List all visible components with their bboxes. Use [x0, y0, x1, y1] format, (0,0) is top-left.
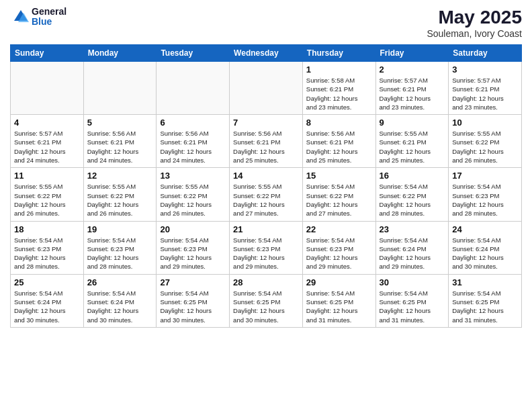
day-detail: Sunrise: 5:54 AM Sunset: 6:24 PM Dayligh…: [380, 236, 445, 271]
day-detail: Sunrise: 5:54 AM Sunset: 6:25 PM Dayligh…: [306, 289, 372, 324]
calendar-cell: 13Sunrise: 5:55 AM Sunset: 6:22 PM Dayli…: [157, 168, 230, 221]
logo-text: General Blue: [32, 7, 66, 28]
day-detail: Sunrise: 5:54 AM Sunset: 6:25 PM Dayligh…: [233, 289, 299, 324]
day-number: 22: [306, 224, 372, 234]
day-detail: Sunrise: 5:55 AM Sunset: 6:22 PM Dayligh…: [452, 129, 518, 165]
day-detail: Sunrise: 5:57 AM Sunset: 6:21 PM Dayligh…: [380, 76, 445, 111]
calendar-cell: [11, 62, 84, 115]
calendar-cell: 19Sunrise: 5:54 AM Sunset: 6:23 PM Dayli…: [83, 221, 157, 274]
calendar-cell: 31Sunrise: 5:54 AM Sunset: 6:25 PM Dayli…: [449, 274, 522, 327]
day-number: 29: [306, 277, 372, 287]
day-detail: Sunrise: 5:54 AM Sunset: 6:23 PM Dayligh…: [233, 236, 299, 271]
day-number: 28: [233, 277, 299, 287]
calendar-header-sunday: Sunday: [11, 45, 84, 62]
logo-blue: Blue: [32, 17, 66, 27]
day-number: 14: [233, 171, 299, 181]
calendar-header-monday: Monday: [83, 45, 157, 62]
calendar-cell: 24Sunrise: 5:54 AM Sunset: 6:24 PM Dayli…: [449, 221, 522, 274]
calendar-week-4: 18Sunrise: 5:54 AM Sunset: 6:23 PM Dayli…: [11, 221, 522, 274]
day-detail: Sunrise: 5:54 AM Sunset: 6:24 PM Dayligh…: [87, 289, 153, 324]
title-block: May 2025 Souleman, Ivory Coast: [427, 7, 522, 39]
day-detail: Sunrise: 5:54 AM Sunset: 6:22 PM Dayligh…: [380, 182, 445, 218]
day-detail: Sunrise: 5:58 AM Sunset: 6:21 PM Dayligh…: [306, 76, 372, 111]
day-detail: Sunrise: 5:54 AM Sunset: 6:24 PM Dayligh…: [452, 236, 518, 271]
day-number: 1: [306, 64, 372, 75]
day-detail: Sunrise: 5:56 AM Sunset: 6:21 PM Dayligh…: [87, 129, 153, 165]
day-number: 7: [233, 118, 299, 128]
day-number: 12: [87, 171, 153, 181]
day-detail: Sunrise: 5:56 AM Sunset: 6:21 PM Dayligh…: [306, 129, 372, 165]
day-number: 15: [306, 171, 372, 181]
page: General Blue May 2025 Souleman, Ivory Co…: [0, 0, 532, 411]
day-number: 31: [452, 277, 518, 287]
calendar-cell: 18Sunrise: 5:54 AM Sunset: 6:23 PM Dayli…: [11, 221, 84, 274]
day-number: 16: [380, 171, 445, 181]
calendar-cell: 7Sunrise: 5:56 AM Sunset: 6:21 PM Daylig…: [230, 115, 303, 168]
day-number: 20: [160, 224, 226, 234]
day-detail: Sunrise: 5:54 AM Sunset: 6:23 PM Dayligh…: [306, 236, 372, 271]
day-number: 5: [87, 118, 153, 128]
logo: General Blue: [10, 7, 66, 28]
day-detail: Sunrise: 5:54 AM Sunset: 6:25 PM Dayligh…: [452, 289, 518, 324]
calendar: SundayMondayTuesdayWednesdayThursdayFrid…: [10, 44, 522, 328]
day-detail: Sunrise: 5:57 AM Sunset: 6:21 PM Dayligh…: [452, 76, 518, 111]
logo-icon: [10, 7, 29, 26]
calendar-cell: 26Sunrise: 5:54 AM Sunset: 6:24 PM Dayli…: [83, 274, 157, 327]
day-detail: Sunrise: 5:54 AM Sunset: 6:22 PM Dayligh…: [306, 182, 372, 218]
calendar-cell: 25Sunrise: 5:54 AM Sunset: 6:24 PM Dayli…: [11, 274, 84, 327]
day-detail: Sunrise: 5:54 AM Sunset: 6:23 PM Dayligh…: [14, 236, 80, 271]
day-number: 4: [14, 118, 80, 128]
day-number: 26: [87, 277, 153, 287]
day-detail: Sunrise: 5:54 AM Sunset: 6:23 PM Dayligh…: [87, 236, 153, 271]
day-number: 19: [87, 224, 153, 234]
calendar-week-1: 1Sunrise: 5:58 AM Sunset: 6:21 PM Daylig…: [11, 62, 522, 115]
calendar-cell: 11Sunrise: 5:55 AM Sunset: 6:22 PM Dayli…: [11, 168, 84, 221]
calendar-cell: 14Sunrise: 5:55 AM Sunset: 6:22 PM Dayli…: [230, 168, 303, 221]
day-number: 13: [160, 171, 226, 181]
calendar-header-thursday: Thursday: [302, 45, 375, 62]
calendar-header-friday: Friday: [375, 45, 449, 62]
day-number: 6: [160, 118, 226, 128]
calendar-cell: 4Sunrise: 5:57 AM Sunset: 6:21 PM Daylig…: [11, 115, 84, 168]
calendar-cell: 16Sunrise: 5:54 AM Sunset: 6:22 PM Dayli…: [375, 168, 449, 221]
day-number: 24: [452, 224, 518, 234]
day-detail: Sunrise: 5:55 AM Sunset: 6:21 PM Dayligh…: [380, 129, 445, 165]
calendar-week-3: 11Sunrise: 5:55 AM Sunset: 6:22 PM Dayli…: [11, 168, 522, 221]
calendar-cell: 9Sunrise: 5:55 AM Sunset: 6:21 PM Daylig…: [375, 115, 449, 168]
day-number: 8: [306, 118, 372, 128]
calendar-week-2: 4Sunrise: 5:57 AM Sunset: 6:21 PM Daylig…: [11, 115, 522, 168]
day-number: 30: [380, 277, 445, 287]
day-detail: Sunrise: 5:55 AM Sunset: 6:22 PM Dayligh…: [160, 182, 226, 218]
calendar-cell: 10Sunrise: 5:55 AM Sunset: 6:22 PM Dayli…: [449, 115, 522, 168]
month-year: May 2025: [427, 7, 522, 28]
day-detail: Sunrise: 5:56 AM Sunset: 6:21 PM Dayligh…: [233, 129, 299, 165]
calendar-cell: 8Sunrise: 5:56 AM Sunset: 6:21 PM Daylig…: [302, 115, 375, 168]
day-number: 9: [380, 118, 445, 128]
calendar-header-saturday: Saturday: [449, 45, 522, 62]
calendar-header-row: SundayMondayTuesdayWednesdayThursdayFrid…: [11, 45, 522, 62]
logo-general: General: [32, 7, 66, 17]
day-number: 17: [452, 171, 518, 181]
day-number: 18: [14, 224, 80, 234]
calendar-week-5: 25Sunrise: 5:54 AM Sunset: 6:24 PM Dayli…: [11, 274, 522, 327]
calendar-cell: 28Sunrise: 5:54 AM Sunset: 6:25 PM Dayli…: [230, 274, 303, 327]
day-number: 25: [14, 277, 80, 287]
calendar-cell: 21Sunrise: 5:54 AM Sunset: 6:23 PM Dayli…: [230, 221, 303, 274]
day-number: 27: [160, 277, 226, 287]
calendar-header-tuesday: Tuesday: [157, 45, 230, 62]
calendar-cell: 15Sunrise: 5:54 AM Sunset: 6:22 PM Dayli…: [302, 168, 375, 221]
location: Souleman, Ivory Coast: [427, 28, 522, 39]
day-detail: Sunrise: 5:55 AM Sunset: 6:22 PM Dayligh…: [14, 182, 80, 218]
day-number: 11: [14, 171, 80, 181]
header: General Blue May 2025 Souleman, Ivory Co…: [10, 7, 522, 39]
day-number: 2: [380, 64, 445, 75]
calendar-cell: 6Sunrise: 5:56 AM Sunset: 6:21 PM Daylig…: [157, 115, 230, 168]
day-detail: Sunrise: 5:55 AM Sunset: 6:22 PM Dayligh…: [87, 182, 153, 218]
day-detail: Sunrise: 5:54 AM Sunset: 6:23 PM Dayligh…: [160, 236, 226, 271]
calendar-cell: 3Sunrise: 5:57 AM Sunset: 6:21 PM Daylig…: [449, 62, 522, 115]
calendar-cell: 22Sunrise: 5:54 AM Sunset: 6:23 PM Dayli…: [302, 221, 375, 274]
calendar-cell: 29Sunrise: 5:54 AM Sunset: 6:25 PM Dayli…: [302, 274, 375, 327]
calendar-cell: [157, 62, 230, 115]
calendar-cell: [230, 62, 303, 115]
day-detail: Sunrise: 5:55 AM Sunset: 6:22 PM Dayligh…: [233, 182, 299, 218]
